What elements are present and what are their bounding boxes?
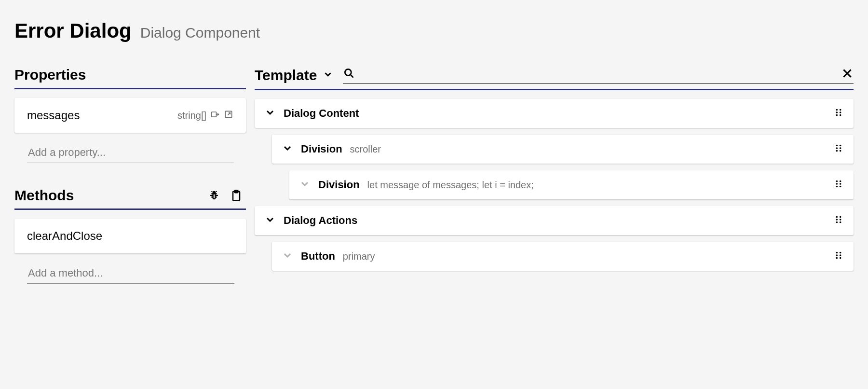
tree-node-division-messages[interactable]: Division let message of messages; let i …: [289, 170, 854, 199]
svg-point-23: [836, 186, 838, 188]
svg-point-21: [836, 183, 838, 185]
svg-rect-5: [235, 191, 238, 193]
svg-point-6: [345, 69, 352, 75]
methods-section-header: Methods: [14, 187, 246, 210]
clipboard-icon[interactable]: [230, 189, 243, 202]
methods-header-actions: [207, 189, 243, 202]
properties-section-header: Properties: [14, 67, 246, 89]
method-row[interactable]: clearAndClose: [14, 219, 246, 253]
add-property-input[interactable]: [27, 142, 234, 163]
search-icon[interactable]: [343, 67, 355, 82]
svg-point-18: [840, 150, 841, 152]
input-binding-icon[interactable]: [210, 110, 220, 121]
right-column: Template Dialog Content: [255, 67, 854, 308]
property-meta: string[]: [177, 110, 233, 121]
chevron-down-icon[interactable]: [282, 142, 293, 156]
svg-point-34: [840, 254, 841, 256]
svg-point-7: [836, 109, 838, 111]
svg-point-28: [840, 219, 841, 221]
add-method-input[interactable]: [27, 263, 234, 284]
drag-handle-icon[interactable]: [833, 107, 844, 120]
template-title: Template: [255, 67, 317, 83]
tree-node-sub: let message of messages; let i = index;: [367, 180, 534, 191]
svg-point-26: [840, 216, 841, 218]
svg-point-32: [840, 252, 841, 254]
svg-point-22: [840, 183, 841, 185]
svg-point-3: [216, 191, 217, 192]
properties-title: Properties: [14, 67, 86, 83]
svg-point-33: [836, 254, 838, 256]
page-subtitle: Dialog Component: [140, 25, 260, 41]
tree-node-dialog-actions[interactable]: Dialog Actions: [255, 206, 854, 235]
open-external-icon[interactable]: [224, 110, 233, 121]
tree-node-division-scroller[interactable]: Division scroller: [272, 135, 854, 164]
template-section-header: Template: [255, 67, 854, 90]
drag-handle-icon[interactable]: [833, 250, 844, 263]
tree-node-label: Division: [301, 143, 342, 155]
drag-handle-icon[interactable]: [833, 143, 844, 155]
property-name: messages: [27, 109, 80, 122]
method-name: clearAndClose: [27, 229, 102, 242]
svg-point-29: [836, 222, 838, 223]
tree-node-button-primary[interactable]: Button primary: [272, 242, 854, 271]
svg-point-35: [836, 257, 838, 259]
svg-point-2: [211, 191, 212, 192]
svg-point-25: [836, 216, 838, 218]
chevron-down-icon[interactable]: [264, 214, 276, 227]
drag-handle-icon[interactable]: [833, 214, 844, 227]
left-column: Properties messages string[] Methods: [14, 67, 246, 308]
methods-title: Methods: [14, 187, 74, 204]
tree-node-sub: scroller: [350, 144, 381, 155]
add-method-field: [27, 263, 234, 284]
svg-point-24: [840, 186, 841, 188]
drag-handle-icon[interactable]: [833, 179, 844, 191]
tree-node-label: Button: [301, 250, 335, 263]
bug-icon[interactable]: [207, 189, 221, 202]
content-area: Properties messages string[] Methods: [14, 67, 854, 308]
svg-point-8: [840, 109, 841, 111]
svg-point-27: [836, 219, 838, 221]
svg-point-19: [836, 181, 838, 182]
tree-node-dialog-content[interactable]: Dialog Content: [255, 99, 854, 128]
svg-point-9: [836, 111, 838, 113]
tree-node-label: Dialog Content: [284, 107, 359, 120]
chevron-down-icon[interactable]: [282, 250, 293, 263]
svg-point-20: [840, 181, 841, 182]
tree-node-sub: primary: [343, 251, 375, 262]
page-title: Error Dialog: [14, 19, 132, 42]
chevron-down-icon[interactable]: [299, 178, 311, 192]
template-search-input[interactable]: [355, 67, 841, 82]
svg-point-31: [836, 252, 838, 254]
property-row[interactable]: messages string[]: [14, 98, 246, 133]
chevron-down-icon[interactable]: [264, 107, 276, 120]
svg-point-30: [840, 222, 841, 223]
svg-point-16: [840, 147, 841, 149]
svg-rect-0: [212, 112, 217, 117]
svg-point-13: [836, 145, 838, 147]
svg-point-14: [840, 145, 841, 147]
svg-point-36: [840, 257, 841, 259]
svg-point-11: [836, 114, 838, 116]
svg-point-12: [840, 114, 841, 116]
svg-point-15: [836, 147, 838, 149]
template-dropdown-icon[interactable]: [323, 69, 333, 82]
property-type: string[]: [177, 110, 206, 121]
tree-node-label: Dialog Actions: [284, 214, 357, 227]
page-header: Error Dialog Dialog Component: [14, 19, 854, 42]
svg-point-10: [840, 111, 841, 113]
close-icon[interactable]: [841, 67, 854, 82]
svg-point-17: [836, 150, 838, 152]
tree-node-label: Division: [318, 179, 360, 191]
add-property-field: [27, 142, 234, 163]
template-search-wrap: [343, 67, 854, 84]
